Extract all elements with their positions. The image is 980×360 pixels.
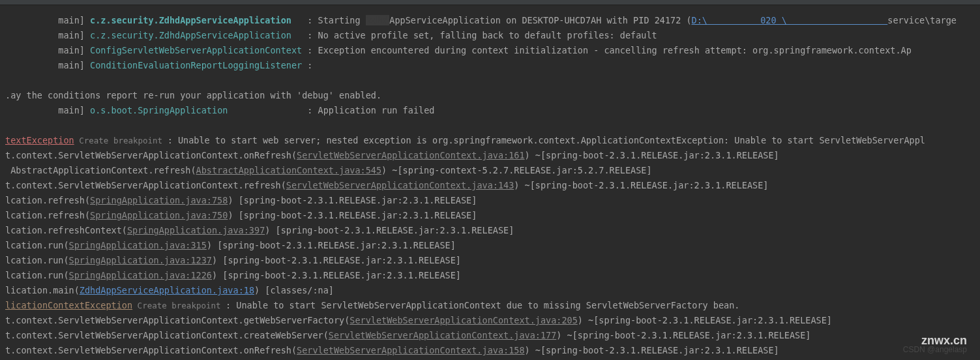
stack-suffix: ) [spring-boot-2.3.1.RELEASE.jar:2.3.1.R… — [212, 255, 461, 265]
log-line: t.context.ServletWebServerApplicationCon… — [0, 313, 980, 328]
stack-file-link[interactable]: ServletWebServerApplicationContext.java:… — [297, 345, 525, 355]
stack-suffix: ) [classes/:na] — [254, 285, 334, 295]
log-line: main] c.z.security.ZdhdAppServiceApplica… — [0, 13, 980, 28]
stack-suffix: ) ~[spring-boot-2.3.1.RELEASE.jar:2.3.1.… — [578, 315, 832, 325]
exception-link[interactable]: licationContextException — [5, 300, 132, 310]
stack-prefix: t.context.ServletWebServerApplicationCon… — [5, 180, 286, 190]
logger-name: ConfigServletWebServerApplicationContext — [90, 45, 307, 55]
log-line: AbstractApplicationContext.refresh(Abstr… — [0, 163, 980, 178]
stack-file-link[interactable]: ServletWebServerApplicationContext.java:… — [286, 180, 514, 190]
log-line: .ay the conditions report re-run your ap… — [0, 88, 980, 103]
stack-suffix: ) ~[spring-boot-2.3.1.RELEASE.jar:2.3.1.… — [525, 345, 779, 355]
stack-prefix: t.context.ServletWebServerApplicationCon… — [5, 330, 329, 340]
stack-suffix: ) [spring-boot-2.3.1.RELEASE.jar:2.3.1.R… — [212, 270, 461, 280]
thread-label: main] — [48, 60, 90, 70]
stack-suffix: ) [spring-boot-2.3.1.RELEASE.jar:2.3.1.R… — [207, 240, 456, 250]
stack-prefix: AbstractApplicationContext.refresh( — [5, 165, 196, 175]
stack-prefix: t.context.ServletWebServerApplicationCon… — [5, 315, 349, 325]
stack-suffix: ) [spring-boot-2.3.1.RELEASE.jar:2.3.1.R… — [228, 210, 477, 220]
redacted-text: Zdhd — [366, 15, 390, 25]
console-output[interactable]: main] c.z.security.ZdhdAppServiceApplica… — [0, 13, 980, 358]
exception-link[interactable]: textException — [5, 135, 74, 145]
stack-prefix: lication.main( — [5, 285, 80, 295]
log-line: lication.main(ZdhdAppServiceApplication.… — [0, 283, 980, 298]
log-line: t.context.ServletWebServerApplicationCon… — [0, 343, 980, 358]
logger-name: c.z.security.ZdhdAppServiceApplication — [90, 30, 307, 40]
stack-file-link[interactable]: ServletWebServerApplicationContext.java:… — [329, 330, 557, 340]
toolbar — [0, 0, 980, 5]
log-line: main] ConfigServletWebServerApplicationC… — [0, 43, 980, 58]
stack-prefix: lcation.refresh( — [5, 195, 90, 205]
stack-prefix: lcation.run( — [5, 255, 69, 265]
log-message: Application run failed — [318, 105, 435, 115]
stack-suffix: ) [spring-boot-2.3.1.RELEASE.jar:2.3.1.R… — [265, 225, 514, 235]
log-line: licationContextException Create breakpoi… — [0, 298, 980, 313]
create-breakpoint[interactable]: Create breakpoint — [74, 136, 168, 145]
watermark-csdn: CSDN @angelasp — [903, 342, 967, 357]
stack-suffix: ) ~[spring-boot-2.3.1.RELEASE.jar:2.3.1.… — [514, 180, 768, 190]
stack-file-link[interactable]: SpringApplication.java:1237 — [69, 255, 212, 265]
exception-message: : Unable to start ServletWebServerApplic… — [226, 300, 739, 310]
log-message: No active profile set, falling back to d… — [318, 30, 657, 40]
log-line: main] c.z.security.ZdhdAppServiceApplica… — [0, 28, 980, 43]
log-line — [0, 118, 980, 133]
exception-message: : Unable to start web server; nested exc… — [168, 135, 925, 145]
log-line: lcation.refreshContext(SpringApplication… — [0, 223, 980, 238]
log-line: lcation.run(SpringApplication.java:315) … — [0, 238, 980, 253]
log-line: textException Create breakpoint : Unable… — [0, 133, 980, 148]
log-line: lcation.run(SpringApplication.java:1226)… — [0, 268, 980, 283]
stack-prefix: lcation.run( — [5, 240, 69, 250]
log-line: t.context.ServletWebServerApplicationCon… — [0, 328, 980, 343]
stack-suffix: ) ~[spring-boot-2.3.1.RELEASE.jar:2.3.1.… — [556, 330, 810, 340]
log-line: t.context.ServletWebServerApplicationCon… — [0, 148, 980, 163]
stack-prefix: lcation.run( — [5, 270, 69, 280]
stack-file-link[interactable]: ServletWebServerApplicationContext.java:… — [297, 150, 525, 160]
log-line: lcation.run(SpringApplication.java:1237)… — [0, 253, 980, 268]
thread-label: main] — [48, 30, 90, 40]
create-breakpoint[interactable]: Create breakpoint — [132, 301, 226, 310]
stack-suffix: ) ~[spring-context-5.2.7.RELEASE.jar:5.2… — [381, 165, 652, 175]
stack-prefix: lcation.refresh( — [5, 210, 90, 220]
stack-prefix: t.context.ServletWebServerApplicationCon… — [5, 345, 297, 355]
stack-file-link[interactable]: SpringApplication.java:1226 — [69, 270, 212, 280]
logger-name: o.s.boot.SpringApplication — [90, 105, 307, 115]
stack-prefix: t.context.ServletWebServerApplicationCon… — [5, 150, 297, 160]
stack-suffix: ) ~[spring-boot-2.3.1.RELEASE.jar:2.3.1.… — [525, 150, 779, 160]
logger-name: ConditionEvaluationReportLoggingListener — [90, 60, 307, 70]
log-message: Exception encountered during context ini… — [318, 45, 912, 55]
stack-file-link[interactable]: SpringApplication.java:758 — [90, 195, 228, 205]
stack-prefix: lcation.refreshContext( — [5, 225, 127, 235]
file-path[interactable]: D:\ 020 \ — [692, 15, 888, 25]
hint-message: .ay the conditions report re-run your ap… — [5, 90, 381, 100]
stack-file-link[interactable]: SpringApplication.java:315 — [69, 240, 207, 250]
log-line: lcation.refresh(SpringApplication.java:7… — [0, 193, 980, 208]
log-line: main] o.s.boot.SpringApplication : Appli… — [0, 103, 980, 118]
thread-label: main] — [48, 15, 90, 25]
thread-label: main] — [48, 105, 90, 115]
logger-name: c.z.security.ZdhdAppServiceApplication — [90, 15, 307, 25]
stack-suffix: ) [spring-boot-2.3.1.RELEASE.jar:2.3.1.R… — [228, 195, 477, 205]
stack-file-link[interactable]: SpringApplication.java:397 — [127, 225, 265, 235]
log-line: main] ConditionEvaluationReportLoggingLi… — [0, 58, 980, 73]
thread-label: main] — [48, 45, 90, 55]
stack-file-link[interactable]: ZdhdAppServiceApplication.java:18 — [80, 285, 254, 295]
stack-file-link[interactable]: SpringApplication.java:750 — [90, 210, 228, 220]
stack-file-link[interactable]: ServletWebServerApplicationContext.java:… — [349, 315, 578, 325]
log-line: t.context.ServletWebServerApplicationCon… — [0, 178, 980, 193]
log-line — [0, 73, 980, 88]
stack-file-link[interactable]: AbstractApplicationContext.java:545 — [196, 165, 381, 175]
log-line: lcation.refresh(SpringApplication.java:7… — [0, 208, 980, 223]
